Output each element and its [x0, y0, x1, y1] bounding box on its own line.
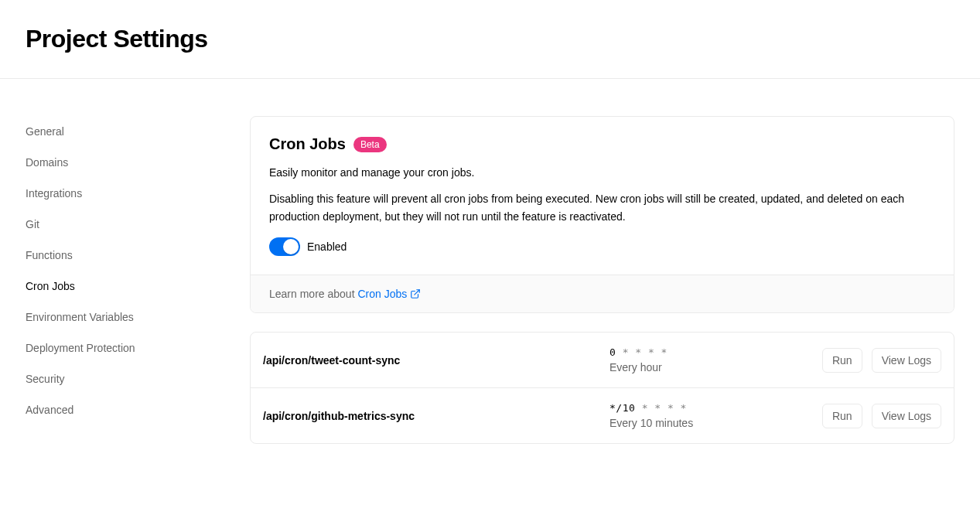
- sidebar-item-integrations[interactable]: Integrations: [26, 178, 250, 209]
- view-logs-button[interactable]: View Logs: [872, 404, 941, 428]
- cron-literal: */10: [610, 402, 635, 414]
- run-button[interactable]: Run: [822, 404, 862, 428]
- toggle-label: Enabled: [307, 240, 347, 253]
- sidebar-item-deployment-protection[interactable]: Deployment Protection: [26, 333, 250, 363]
- job-schedule: */10 * * * *Every 10 minutes: [610, 402, 822, 429]
- job-path: /api/cron/github-metrics-sync: [263, 410, 610, 422]
- job-schedule: 0 * * * *Every hour: [610, 346, 822, 373]
- cron-human: Every hour: [610, 361, 822, 373]
- card-title: Cron Jobs: [269, 135, 346, 153]
- card-footer: Learn more about Cron Jobs: [251, 275, 954, 312]
- jobs-list: /api/cron/tweet-count-sync0 * * * *Every…: [250, 332, 954, 444]
- job-actions: RunView Logs: [822, 348, 941, 373]
- page-title: Project Settings: [26, 25, 980, 53]
- card-description-secondary: Disabling this feature will prevent all …: [269, 190, 935, 225]
- sidebar-item-domains[interactable]: Domains: [26, 147, 250, 178]
- job-path: /api/cron/tweet-count-sync: [263, 354, 610, 367]
- toggle-knob: [283, 239, 299, 254]
- cron-stars: * * * *: [616, 346, 668, 358]
- cron-stars: * * * *: [635, 402, 687, 414]
- sidebar-item-advanced[interactable]: Advanced: [26, 394, 250, 425]
- card-description: Easily monitor and manage your cron jobs…: [269, 164, 935, 181]
- sidebar-item-security[interactable]: Security: [26, 363, 250, 394]
- beta-badge: Beta: [353, 137, 387, 152]
- footer-text: Learn more about: [269, 288, 357, 300]
- view-logs-button[interactable]: View Logs: [872, 348, 941, 373]
- sidebar-item-environment-variables[interactable]: Environment Variables: [26, 302, 250, 333]
- svg-line-0: [415, 290, 419, 295]
- job-row: /api/cron/github-metrics-sync*/10 * * * …: [251, 388, 954, 443]
- cron-jobs-card: Cron Jobs Beta Easily monitor and manage…: [250, 116, 954, 313]
- sidebar: GeneralDomainsIntegrationsGitFunctionsCr…: [26, 79, 250, 444]
- link-text: Cron Jobs: [357, 288, 407, 300]
- cron-expression: 0 * * * *: [610, 346, 822, 358]
- sidebar-item-general[interactable]: General: [26, 116, 250, 147]
- sidebar-item-functions[interactable]: Functions: [26, 240, 250, 271]
- external-link-icon: [410, 288, 421, 299]
- cron-expression: */10 * * * *: [610, 402, 822, 414]
- run-button[interactable]: Run: [822, 348, 862, 373]
- job-actions: RunView Logs: [822, 404, 941, 428]
- cron-human: Every 10 minutes: [610, 417, 822, 429]
- learn-more-link[interactable]: Cron Jobs: [357, 288, 421, 300]
- job-row: /api/cron/tweet-count-sync0 * * * *Every…: [251, 333, 954, 388]
- sidebar-item-cron-jobs[interactable]: Cron Jobs: [26, 271, 250, 302]
- sidebar-item-git[interactable]: Git: [26, 209, 250, 240]
- enable-toggle[interactable]: [269, 237, 300, 256]
- main-content: Cron Jobs Beta Easily monitor and manage…: [250, 79, 980, 444]
